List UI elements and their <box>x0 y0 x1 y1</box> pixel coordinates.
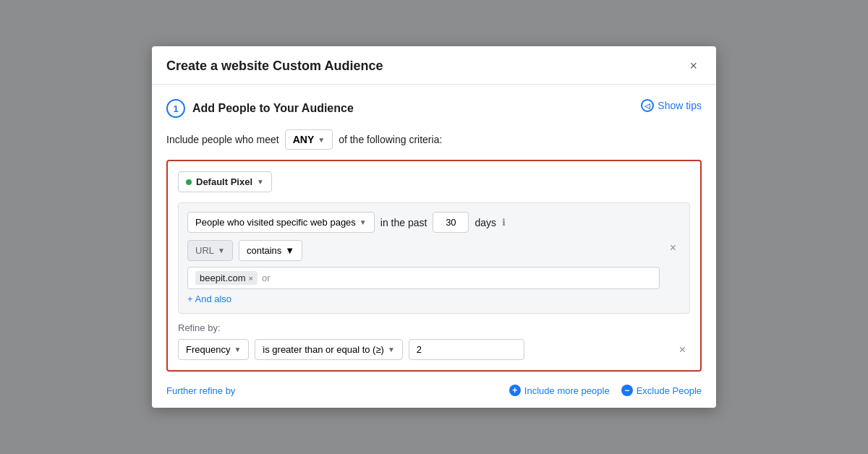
any-dropdown[interactable]: ANY ▼ <box>285 129 333 150</box>
condition-wrapper: URL ▼ contains ▼ beepit.com <box>187 240 681 289</box>
refine-section: Refine by: Frequency ▼ is greater than o… <box>178 322 690 360</box>
exclude-icon: − <box>621 385 633 396</box>
pixel-status-dot <box>186 179 192 185</box>
filter-section: People who visited specific web pages ▼ … <box>178 202 690 314</box>
condition-type-label: is greater than or equal to (≥) <box>263 344 384 355</box>
condition-type-arrow-icon: ▼ <box>388 346 395 354</box>
any-arrow-icon: ▼ <box>318 136 325 144</box>
criteria-row: Include people who meet ANY ▼ of the fol… <box>166 129 702 150</box>
contains-arrow-icon: ▼ <box>285 245 294 256</box>
condition-row: URL ▼ contains ▼ <box>187 240 660 261</box>
frequency-value-input[interactable] <box>409 339 524 360</box>
close-button[interactable]: × <box>685 58 702 74</box>
audience-type-arrow-icon: ▼ <box>359 218 367 226</box>
include-people-button[interactable]: + Include more people <box>509 385 610 396</box>
and-also-button[interactable]: + And also <box>187 289 231 304</box>
any-label: ANY <box>293 134 315 145</box>
audience-box: Default Pixel ▼ People who visited speci… <box>166 160 702 372</box>
url-type-dropdown[interactable]: URL ▼ <box>187 240 233 261</box>
tag-remove-icon[interactable]: × <box>249 274 253 283</box>
tips-icon: ◁ <box>641 99 654 112</box>
in-past-text: in the past <box>380 217 427 228</box>
exclude-label: Exclude People <box>637 385 702 396</box>
create-audience-modal: Create a website Custom Audience × 1 Add… <box>152 46 716 408</box>
url-arrow-icon: ▼ <box>218 247 225 254</box>
days-text: days <box>475 217 496 228</box>
condition-type-dropdown[interactable]: is greater than or equal to (≥) ▼ <box>255 339 402 360</box>
show-tips-label: Show tips <box>658 100 702 111</box>
step-label: Add People to Your Audience <box>192 102 354 115</box>
filter-row: People who visited specific web pages ▼ … <box>187 212 681 233</box>
footer-row: Further refine by + Include more people … <box>166 382 702 396</box>
modal-title: Create a website Custom Audience <box>166 59 383 74</box>
audience-type-label: People who visited specific web pages <box>195 217 356 228</box>
refine-label: Refine by: <box>178 322 690 333</box>
condition-inputs: URL ▼ contains ▼ beepit.com <box>187 240 660 289</box>
step-number: 1 <box>166 99 185 118</box>
frequency-label: Frequency <box>186 344 230 355</box>
or-text: or <box>262 273 271 283</box>
refine-remove-button[interactable]: × <box>675 342 690 358</box>
frequency-arrow-icon: ▼ <box>234 346 241 354</box>
url-label: URL <box>195 245 214 256</box>
condition-remove-button[interactable]: × <box>665 240 681 256</box>
further-refine-button[interactable]: Further refine by <box>166 385 235 396</box>
include-label: Include more people <box>524 385 610 396</box>
pixel-tab[interactable]: Default Pixel ▼ <box>178 171 272 192</box>
of-text: of the following criteria: <box>339 134 442 145</box>
pixel-label: Default Pixel <box>196 176 252 187</box>
tag-value: beepit.com <box>200 273 246 283</box>
include-icon: + <box>509 385 521 396</box>
audience-type-dropdown[interactable]: People who visited specific web pages ▼ <box>187 212 375 233</box>
info-icon: ℹ <box>502 217 506 228</box>
pixel-arrow-icon: ▼ <box>257 178 264 186</box>
show-tips-button[interactable]: ◁ Show tips <box>641 99 702 112</box>
modal-body: 1 Add People to Your Audience ◁ Show tip… <box>152 85 716 408</box>
days-input[interactable] <box>433 212 469 233</box>
modal-header: Create a website Custom Audience × <box>152 46 716 85</box>
people-buttons: + Include more people − Exclude People <box>509 385 702 396</box>
refine-row: Frequency ▼ is greater than or equal to … <box>178 339 690 360</box>
section-header: 1 Add People to Your Audience ◁ Show tip… <box>166 99 702 118</box>
url-tag: beepit.com × <box>195 271 258 285</box>
exclude-people-button[interactable]: − Exclude People <box>621 385 702 396</box>
frequency-dropdown[interactable]: Frequency ▼ <box>178 339 249 360</box>
contains-label: contains <box>247 245 281 256</box>
contains-dropdown[interactable]: contains ▼ <box>239 240 302 261</box>
url-input-row[interactable]: beepit.com × or <box>187 267 660 289</box>
step-title: 1 Add People to Your Audience <box>166 99 354 118</box>
include-text: Include people who meet <box>166 134 279 145</box>
